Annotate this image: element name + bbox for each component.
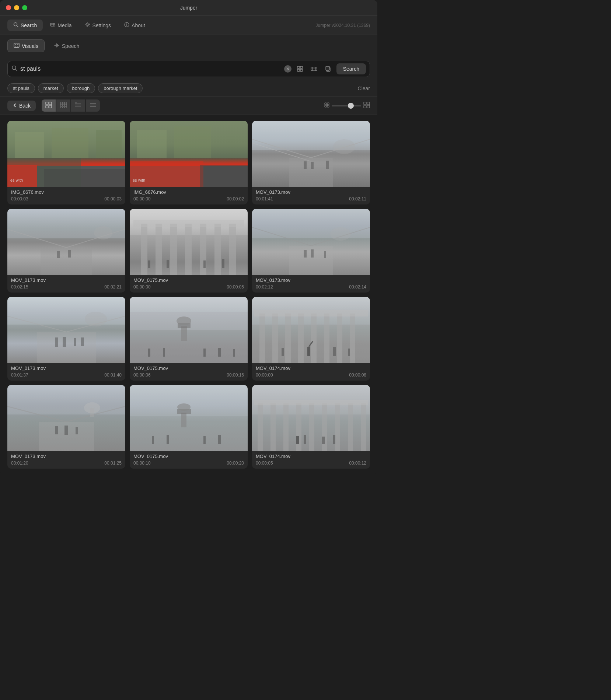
view-mode-grid-small[interactable] [71, 99, 85, 112]
svg-rect-70 [200, 165, 248, 187]
video-card[interactable]: MOV_0173.mov 00:01:37 00:01:40 [7, 297, 125, 381]
video-time-start: 00:01:20 [11, 461, 28, 466]
svg-rect-32 [46, 102, 48, 105]
svg-rect-53 [327, 103, 329, 105]
video-thumbnail [130, 385, 248, 451]
svg-rect-98 [229, 224, 236, 275]
svg-rect-109 [304, 250, 307, 258]
close-button[interactable] [6, 5, 11, 10]
video-card[interactable]: MOV_0173.mov 00:02:15 00:02:21 [7, 209, 125, 293]
nav-tab-search[interactable]: Search [7, 20, 43, 31]
video-card[interactable]: es with IMG_6676.mov 00:00:00 00:00:02 [130, 121, 248, 204]
window-controls [6, 5, 27, 10]
svg-rect-40 [63, 104, 64, 106]
tag-borough[interactable]: borough [67, 83, 95, 93]
svg-rect-56 [364, 102, 366, 105]
video-times: 00:00:03 00:00:03 [11, 196, 122, 202]
svg-rect-172 [322, 403, 327, 451]
video-filename: MOV_0175.mov [133, 365, 244, 371]
video-time-end: 00:01:25 [104, 461, 122, 466]
copy-tool-button[interactable] [322, 64, 334, 74]
video-card[interactable]: es with IMG_6676.mov 00:00:03 00:00:03 [7, 121, 125, 204]
svg-rect-55 [327, 105, 329, 107]
svg-rect-44 [65, 106, 67, 108]
svg-rect-88 [57, 251, 60, 258]
svg-rect-142 [307, 347, 310, 356]
nav-tab-settings[interactable]: Settings [79, 20, 117, 31]
video-card[interactable]: MOV_0175.mov 00:00:10 00:00:20 [130, 385, 248, 469]
tag-market[interactable]: market [38, 83, 64, 93]
svg-rect-25 [300, 69, 303, 71]
grid-size-slider-track[interactable] [332, 105, 361, 106]
back-button[interactable]: Back [7, 101, 36, 111]
svg-rect-93 [156, 224, 162, 275]
video-meta: MOV_0173.mov 00:02:12 00:02:14 [252, 275, 370, 293]
view-mode-grid-medium[interactable] [56, 99, 70, 112]
video-thumbnail: es with [130, 121, 248, 187]
svg-rect-128 [203, 349, 206, 357]
search-input[interactable] [20, 66, 281, 72]
video-filename: IMG_6676.mov [133, 189, 244, 195]
video-meta: MOV_0175.mov 00:00:06 00:00:16 [130, 363, 248, 381]
tag-borough-market[interactable]: borough market [98, 83, 143, 93]
svg-rect-169 [283, 403, 289, 451]
search-clear-button[interactable]: ✕ [284, 65, 291, 73]
video-card[interactable]: MOV_0174.mov 00:00:00 00:00:08 [252, 297, 370, 381]
svg-rect-111 [324, 251, 326, 258]
video-meta: IMG_6676.mov 00:00:00 00:00:02 [130, 187, 248, 204]
svg-rect-101 [167, 260, 169, 268]
video-meta: MOV_0175.mov 00:00:00 00:00:05 [130, 275, 248, 293]
video-time-start: 00:00:00 [256, 372, 273, 378]
nav-tab-about[interactable]: About [118, 20, 151, 31]
video-filename: MOV_0174.mov [256, 365, 366, 371]
search-submit-button[interactable]: Search [336, 63, 366, 74]
tag-st-pauls[interactable]: st pauls [7, 83, 35, 93]
grid-size-slider-thumb[interactable] [348, 103, 354, 109]
video-card[interactable]: MOV_0175.mov 00:00:00 00:00:05 [130, 209, 248, 293]
svg-rect-144 [282, 348, 284, 356]
svg-rect-57 [367, 102, 370, 105]
media-nav-icon [50, 22, 55, 28]
nav-tab-media[interactable]: Media [44, 20, 77, 31]
minimize-button[interactable] [14, 5, 19, 10]
svg-rect-118 [63, 337, 66, 347]
svg-point-9 [126, 23, 127, 24]
svg-rect-54 [325, 105, 327, 107]
video-times: 00:00:00 00:00:08 [256, 372, 366, 378]
app-title: Jumper [180, 5, 198, 11]
svg-rect-177 [296, 436, 299, 444]
svg-rect-163 [203, 436, 206, 444]
video-time-end: 00:00:05 [227, 284, 244, 290]
maximize-button[interactable] [22, 5, 27, 10]
grid-tool-button[interactable] [294, 64, 306, 74]
svg-rect-86 [41, 248, 92, 275]
svg-rect-66 [96, 130, 122, 158]
svg-rect-22 [297, 66, 300, 69]
svg-rect-123 [181, 326, 187, 341]
svg-rect-99 [133, 220, 244, 227]
video-time-start: 00:01:41 [256, 196, 273, 202]
video-time-end: 00:02:14 [349, 284, 366, 290]
back-chevron-icon [13, 103, 17, 109]
view-mode-grid-large[interactable] [42, 99, 56, 112]
video-card[interactable]: MOV_0173.mov 00:02:12 00:02:14 [252, 209, 370, 293]
video-card[interactable]: MOV_0174.mov 00:00:05 00:00:12 [252, 385, 370, 469]
video-filename: MOV_0173.mov [256, 189, 366, 195]
svg-rect-31 [326, 66, 329, 70]
svg-rect-65 [52, 128, 88, 158]
video-thumbnail [252, 121, 370, 187]
video-thumbnail [7, 297, 125, 363]
mode-tab-visuals[interactable]: Visuals [7, 39, 45, 52]
video-meta: MOV_0174.mov 00:00:00 00:00:08 [252, 363, 370, 381]
video-card[interactable]: MOV_0173.mov 00:01:20 00:01:25 [7, 385, 125, 469]
film-tool-button[interactable] [308, 64, 320, 74]
video-thumbnail [130, 297, 248, 363]
svg-point-79 [333, 139, 355, 154]
view-mode-list[interactable] [86, 99, 100, 112]
svg-rect-36 [60, 102, 62, 104]
clear-button[interactable]: Clear [358, 85, 370, 91]
video-card[interactable]: MOV_0175.mov 00:00:06 00:00:16 [130, 297, 248, 381]
mode-tab-speech[interactable]: Speech [48, 39, 85, 52]
video-card[interactable]: MOV_0173.mov 00:01:41 00:02:11 [252, 121, 370, 204]
nav-tab-search-label: Search [21, 22, 37, 28]
